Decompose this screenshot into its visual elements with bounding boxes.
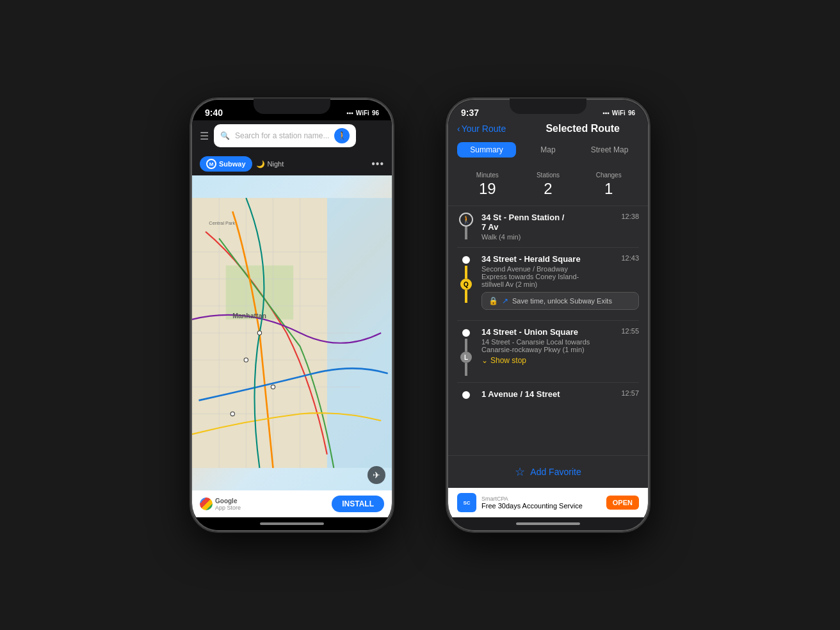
stop-name-1: 34 St - Penn Station /7 Av: [481, 213, 564, 232]
add-favorite-label[interactable]: Add Favorite: [530, 467, 581, 477]
your-route-link[interactable]: Your Route: [462, 124, 506, 134]
compass-icon[interactable]: ✈: [368, 466, 385, 484]
route-screen: ‹ Your Route Selected Route Summary Map …: [448, 120, 648, 517]
status-icons-1: ▪▪▪ WiFi 96: [346, 109, 379, 117]
svg-point-17: [271, 385, 275, 389]
install-button[interactable]: INSTALL: [332, 496, 384, 512]
signal-icon-2: ▪▪▪: [602, 109, 610, 117]
google-logo: Google App Store: [200, 497, 241, 511]
route-line-yellow-1: [465, 266, 467, 279]
stat-minutes: Minutes 19: [457, 172, 518, 198]
chevron-down-icon: ⌄: [481, 356, 488, 365]
list-item: Q 34 Street - Herald Square 12:43 Second…: [457, 248, 639, 321]
search-bar[interactable]: 🔍 Search for a station name... 🚶: [214, 124, 356, 147]
white-dot-icon: [460, 254, 472, 266]
unlock-text: Save time, unlock Subway Exits: [512, 297, 612, 305]
battery-display: 96: [372, 109, 379, 117]
ad-bar: Google App Store INSTALL: [192, 490, 392, 517]
route-line-gray-3: [465, 363, 467, 376]
stations-label: Stations: [518, 172, 579, 179]
ad-logo: SC: [457, 493, 476, 512]
list-item: 1 Avenue / 14 Street 12:57: [457, 383, 639, 407]
search-input[interactable]: Search for a station name...: [235, 131, 329, 140]
route-line-col-1: 🚶: [457, 213, 475, 239]
stop-name-3: 14 Street - Union Square: [481, 327, 578, 337]
search-icon: 🔍: [220, 131, 230, 140]
ad-description: Free 30days Accounting Service: [481, 502, 601, 510]
route-line-gray-2: [465, 339, 467, 351]
map-view[interactable]: Manhattan Central Park ✈: [192, 175, 392, 490]
walk-stop-icon: 🚶: [459, 213, 473, 227]
time-1: 9:40: [205, 108, 223, 118]
stop-info-3: 14 Street - Union Square 12:55 14 Street…: [481, 327, 639, 368]
stop-info-1: 34 St - Penn Station /7 Av 12:38 Walk (4…: [481, 213, 639, 241]
stations-value: 2: [518, 180, 579, 198]
tab-summary[interactable]: Summary: [457, 142, 516, 158]
svg-point-15: [257, 331, 261, 335]
page-title: Selected Route: [545, 123, 620, 134]
tab-street-map[interactable]: Street Map: [580, 142, 639, 158]
ad-company-name: SmartCPA: [481, 496, 601, 502]
home-indicator-1: [192, 517, 392, 530]
star-icon: ☆: [515, 465, 525, 479]
subway-circle-icon: M: [206, 159, 216, 169]
route-line-gray: [465, 227, 467, 239]
route-line-col-4: [457, 389, 475, 401]
ad-open-button[interactable]: OPEN: [606, 496, 639, 510]
google-g-icon: [200, 497, 213, 510]
changes-label: Changes: [578, 172, 639, 179]
ad-text-block: SmartCPA Free 30days Accounting Service: [481, 496, 601, 510]
arrow-icon: ↗: [502, 296, 508, 305]
more-button[interactable]: •••: [371, 158, 384, 170]
svg-text:Central Park: Central Park: [209, 220, 235, 226]
route-list: 🚶 34 St - Penn Station /7 Av 12:38 Walk …: [448, 206, 648, 455]
stop-detail-2: Second Avenue / BroadwayExpress towards …: [481, 265, 639, 288]
google-text: Google: [215, 497, 241, 505]
stop-detail-3: 14 Street - Canarsie Local towardsCanars…: [481, 338, 639, 353]
white-dot-icon-3: [460, 389, 472, 401]
list-item: L 14 Street - Union Square 12:55 14 Stre…: [457, 321, 639, 383]
time-2: 9:37: [461, 108, 479, 118]
route-tabs: Summary Map Street Map: [448, 138, 648, 164]
app-store-text: App Store: [215, 505, 241, 511]
status-bar-1: 9:40 ▪▪▪ WiFi 96: [192, 100, 392, 120]
stop-info-2: 34 Street - Herald Square 12:43 Second A…: [481, 254, 639, 314]
route-nav: ‹ Your Route Selected Route: [448, 120, 648, 138]
menu-icon[interactable]: ☰: [200, 130, 209, 142]
route-line-yellow-2: [465, 290, 467, 303]
battery-display-2: 96: [628, 109, 635, 117]
ad-banner: SC SmartCPA Free 30days Accounting Servi…: [448, 488, 648, 517]
minutes-value: 19: [457, 180, 518, 198]
changes-value: 1: [578, 180, 639, 198]
home-indicator-2: [448, 517, 648, 530]
stop-time-1: 12:38: [621, 213, 639, 220]
stop-info-4: 1 Avenue / 14 Street 12:57: [481, 389, 639, 399]
chevron-left-icon: ‹: [457, 124, 460, 134]
phone-1: 9:40 ▪▪▪ WiFi 96 ☰ 🔍 Search for a statio…: [190, 97, 394, 533]
status-bar-2: 9:37 ▪▪▪ WiFi 96: [448, 100, 648, 120]
phone-2: 9:37 ▪▪▪ WiFi 96 ‹ Your Route Selected R…: [446, 97, 650, 533]
night-label: Night: [268, 160, 284, 168]
moon-icon: 🌙: [256, 160, 265, 168]
route-stats: Minutes 19 Stations 2 Changes 1: [448, 164, 648, 206]
stop-name-2: 34 Street - Herald Square: [481, 254, 581, 264]
stop-time-4: 12:57: [621, 389, 639, 397]
route-line-col-3: L: [457, 327, 475, 376]
night-button[interactable]: 🌙 Night: [256, 160, 284, 168]
subway-label: Subway: [219, 160, 246, 168]
show-stop-button[interactable]: ⌄ Show stop: [481, 356, 639, 365]
stop-name-4: 1 Avenue / 14 Street: [481, 389, 560, 399]
route-line-col-2: Q: [457, 254, 475, 303]
back-button[interactable]: ‹ Your Route: [457, 124, 506, 134]
stat-changes: Changes 1: [578, 172, 639, 198]
tab-map[interactable]: Map: [519, 142, 578, 158]
stop-detail-1: Walk (4 min): [481, 233, 639, 241]
status-icons-2: ▪▪▪ WiFi 96: [602, 109, 635, 117]
list-item: 🚶 34 St - Penn Station /7 Av 12:38 Walk …: [457, 206, 639, 248]
add-favorite-bar[interactable]: ☆ Add Favorite: [448, 455, 648, 488]
unlock-banner[interactable]: 🔒 ↗ Save time, unlock Subway Exits: [481, 292, 639, 310]
search-header: ☰ 🔍 Search for a station name... 🚶: [192, 120, 392, 152]
subway-button[interactable]: M Subway: [200, 156, 252, 172]
stat-stations: Stations 2: [518, 172, 579, 198]
q-train-badge: Q: [460, 279, 472, 290]
